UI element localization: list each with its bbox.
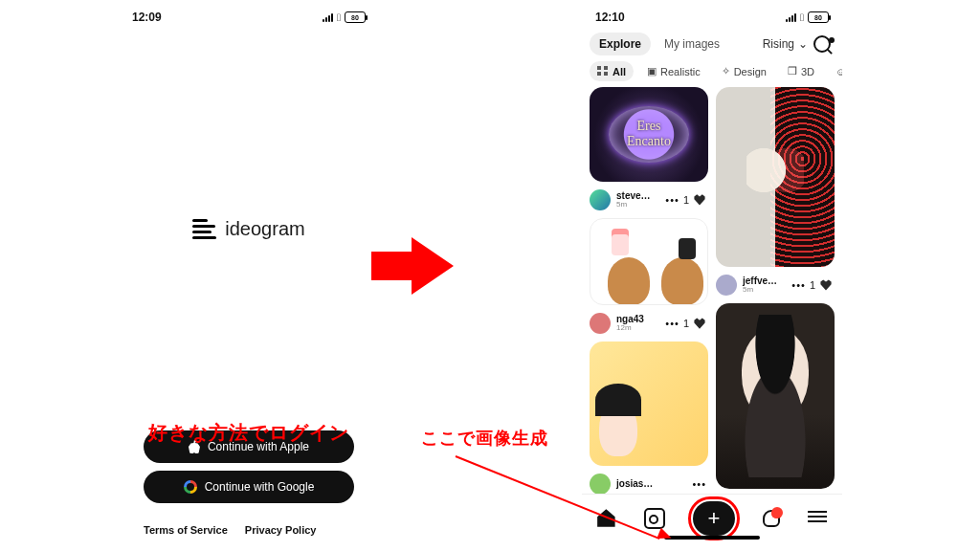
battery-icon: 80 (808, 11, 829, 23)
heart-icon[interactable] (819, 278, 833, 292)
nav-create-button[interactable]: + (693, 501, 735, 536)
annotation-arrow-right (412, 237, 454, 295)
chip-3d[interactable]: ❒ 3D (780, 61, 822, 81)
avatar[interactable] (590, 474, 611, 495)
search-icon[interactable] (813, 35, 831, 53)
ideogram-icon (192, 219, 217, 240)
chip-realistic[interactable]: ▣ Realistic (639, 61, 708, 81)
avatar[interactable] (590, 313, 611, 334)
chip-design[interactable]: ✧ Design (714, 61, 774, 81)
nav-menu[interactable] (808, 508, 829, 529)
chevron-down-icon: ⌄ (798, 37, 808, 51)
brand-name: ideogram (225, 218, 304, 240)
status-bar: 12:09 􀙇 80 (119, 6, 379, 29)
hamburger-icon (808, 511, 829, 522)
tab-my-images[interactable]: My images (655, 33, 729, 55)
nav-gallery[interactable] (644, 508, 665, 529)
explore-screen: 12:10 􀙇 80 Explore My images Rising ⌄ Al… (582, 6, 842, 541)
feed-card[interactable] (590, 342, 708, 466)
annotation-login: 好きな方法でログイン (148, 420, 349, 446)
more-icon[interactable]: ••• (665, 194, 679, 206)
card-meta: steve… 5m ••• 1 (590, 187, 708, 212)
google-icon (184, 480, 197, 494)
wifi-icon: 􀙇 (800, 11, 804, 23)
clock: 12:10 (595, 11, 625, 24)
nav-notifications[interactable]: 1 (763, 510, 780, 527)
wifi-icon: 􀙇 (337, 11, 341, 23)
grid-icon (597, 66, 609, 77)
avatar[interactable] (590, 189, 611, 210)
sparkle-icon: ✧ (722, 65, 730, 77)
card-meta: jeffve… 5m ••• 1 (716, 273, 835, 298)
camera-icon: ▣ (647, 65, 657, 77)
sort-dropdown[interactable]: Rising ⌄ (763, 37, 808, 51)
feed-card[interactable] (716, 87, 835, 267)
login-screen: 12:09 􀙇 80 ideogram 好きな方法でログイン Continue … (119, 6, 379, 541)
annotation-generate: ここで画像生成 (421, 427, 548, 450)
heart-icon[interactable] (693, 317, 706, 330)
cube-icon: ❒ (788, 65, 797, 77)
battery-icon: 80 (345, 11, 366, 23)
cellular-icon (323, 13, 333, 22)
more-icon[interactable]: ••• (665, 318, 679, 329)
privacy-policy-link[interactable]: Privacy Policy (245, 524, 317, 536)
card-meta: nga43 12m ••• 1 (590, 311, 708, 336)
status-bar: 12:10 􀙇 80 (582, 6, 842, 29)
bottom-nav: + 1 (582, 494, 842, 541)
notification-badge: 1 (771, 507, 783, 518)
more-icon[interactable]: ••• (692, 478, 706, 490)
continue-with-google-button[interactable]: Continue with Google (144, 471, 354, 503)
heart-icon[interactable] (693, 193, 706, 207)
feed-card[interactable] (590, 87, 708, 182)
clock: 12:09 (132, 11, 162, 24)
face-icon: ☺ (835, 66, 842, 77)
terms-of-service-link[interactable]: Terms of Service (144, 524, 228, 536)
home-indicator (664, 536, 760, 540)
cellular-icon (786, 13, 796, 22)
feed-card[interactable] (716, 303, 835, 489)
nav-home[interactable] (595, 508, 616, 529)
feed-card[interactable] (590, 218, 708, 305)
avatar[interactable] (716, 275, 737, 296)
brand-logo: ideogram (192, 218, 304, 240)
tab-explore[interactable]: Explore (590, 33, 651, 55)
chip-more[interactable]: ☺ (828, 61, 842, 81)
more-icon[interactable]: ••• (791, 279, 806, 291)
chip-all[interactable]: All (590, 61, 634, 81)
filter-chips: All ▣ Realistic ✧ Design ❒ 3D ☺ (582, 55, 842, 87)
